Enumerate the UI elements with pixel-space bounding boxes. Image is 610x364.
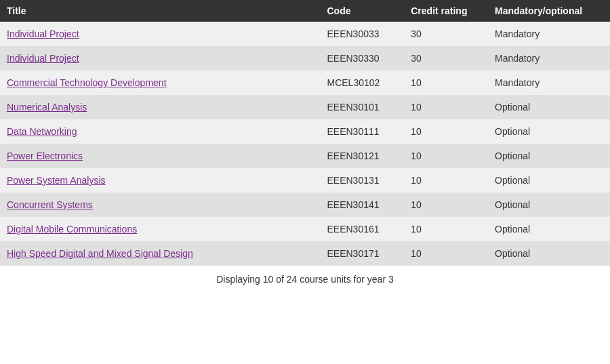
cell-title: High Speed Digital and Mixed Signal Desi…	[0, 241, 321, 266]
cell-mandatory: Optional	[488, 144, 610, 168]
cell-title: Individual Project	[0, 46, 321, 70]
header-mandatory: Mandatory/optional	[488, 0, 610, 22]
table-row: Power ElectronicsEEEN3012110Optional	[0, 144, 610, 168]
cell-credit: 10	[404, 119, 488, 144]
cell-mandatory: Optional	[488, 241, 610, 266]
course-link[interactable]: Individual Project	[7, 28, 79, 39]
course-link[interactable]: Individual Project	[7, 53, 79, 64]
cell-title: Individual Project	[0, 22, 321, 46]
table-row: High Speed Digital and Mixed Signal Desi…	[0, 241, 610, 266]
cell-code: EEEN30171	[321, 241, 405, 266]
table-row: Digital Mobile CommunicationsEEEN3016110…	[0, 217, 610, 241]
cell-credit: 10	[404, 168, 488, 193]
cell-title: Commercial Technology Development	[0, 70, 321, 95]
table-header-row: Title Code Credit rating Mandatory/optio…	[0, 0, 610, 22]
cell-credit: 10	[404, 193, 488, 217]
cell-mandatory: Optional	[488, 168, 610, 193]
cell-code: EEEN30111	[321, 119, 405, 144]
cell-title: Power Electronics	[0, 144, 321, 168]
cell-credit: 10	[404, 95, 488, 119]
cell-title: Concurrent Systems	[0, 193, 321, 217]
cell-title: Digital Mobile Communications	[0, 217, 321, 241]
course-link[interactable]: Digital Mobile Communications	[7, 224, 137, 235]
cell-mandatory: Mandatory	[488, 46, 610, 70]
cell-title: Data Networking	[0, 119, 321, 144]
course-link[interactable]: Concurrent Systems	[7, 199, 93, 210]
cell-mandatory: Mandatory	[488, 22, 610, 46]
table-row: Power System AnalysisEEEN3013110Optional	[0, 168, 610, 193]
course-link[interactable]: Data Networking	[7, 126, 77, 137]
header-code: Code	[321, 0, 405, 22]
table-row: Data NetworkingEEEN3011110Optional	[0, 119, 610, 144]
cell-code: EEEN30033	[321, 22, 405, 46]
course-link[interactable]: Commercial Technology Development	[7, 77, 167, 88]
table-row: Individual ProjectEEEN3033030Mandatory	[0, 46, 610, 70]
cell-credit: 10	[404, 217, 488, 241]
cell-mandatory: Mandatory	[488, 70, 610, 95]
cell-code: EEEN30330	[321, 46, 405, 70]
cell-code: EEEN30161	[321, 217, 405, 241]
course-link[interactable]: Power System Analysis	[7, 175, 106, 186]
cell-mandatory: Optional	[488, 119, 610, 144]
cell-code: MCEL30102	[321, 70, 405, 95]
cell-title: Power System Analysis	[0, 168, 321, 193]
table-row: Concurrent SystemsEEEN3014110Optional	[0, 193, 610, 217]
cell-credit: 10	[404, 144, 488, 168]
table-row: Commercial Technology DevelopmentMCEL301…	[0, 70, 610, 95]
cell-mandatory: Optional	[488, 217, 610, 241]
cell-title: Numerical Analysis	[0, 95, 321, 119]
table-footer: Displaying 10 of 24 course units for yea…	[0, 266, 610, 293]
cell-mandatory: Optional	[488, 95, 610, 119]
course-link[interactable]: High Speed Digital and Mixed Signal Desi…	[7, 248, 193, 259]
table-row: Individual ProjectEEEN3003330Mandatory	[0, 22, 610, 46]
cell-credit: 30	[404, 22, 488, 46]
header-title: Title	[0, 0, 321, 22]
cell-credit: 30	[404, 46, 488, 70]
cell-code: EEEN30101	[321, 95, 405, 119]
table-row: Numerical AnalysisEEEN3010110Optional	[0, 95, 610, 119]
cell-code: EEEN30141	[321, 193, 405, 217]
header-credit: Credit rating	[404, 0, 488, 22]
cell-credit: 10	[404, 70, 488, 95]
course-table: Title Code Credit rating Mandatory/optio…	[0, 0, 610, 266]
cell-code: EEEN30131	[321, 168, 405, 193]
cell-credit: 10	[404, 241, 488, 266]
course-link[interactable]: Power Electronics	[7, 150, 83, 161]
cell-code: EEEN30121	[321, 144, 405, 168]
course-link[interactable]: Numerical Analysis	[7, 102, 87, 113]
cell-mandatory: Optional	[488, 193, 610, 217]
